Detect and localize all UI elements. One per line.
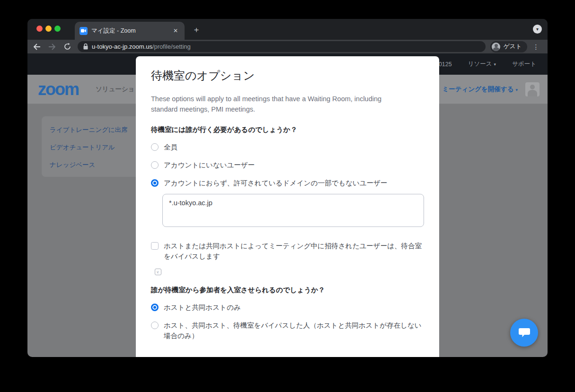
sidebar-panel: ライブトレーニングに出席 ビデオチュートリアル ナレッジベース xyxy=(42,116,136,177)
radio-selected-icon[interactable] xyxy=(151,304,159,311)
window-minimize-button[interactable] xyxy=(45,26,52,32)
browser-profile-button[interactable]: ゲスト xyxy=(490,41,527,52)
lock-icon[interactable] xyxy=(83,44,88,50)
reload-icon[interactable] xyxy=(62,41,73,52)
allowed-domains-input[interactable]: *.u-tokyo.ac.jp xyxy=(162,194,424,227)
url-bar[interactable]: u-tokyo-ac-jp.zoom.us/profile/setting xyxy=(78,41,486,52)
radio-option-users-not-in-account-or-domains[interactable]: アカウントにおらず、許可されているドメインの一部でもないユーザー xyxy=(151,178,424,188)
chevron-down-icon: ▾ xyxy=(515,87,518,92)
zoom-logo[interactable]: zoom xyxy=(38,79,79,99)
url-host: u-tokyo-ac-jp.zoom.us xyxy=(92,43,152,50)
zoom-favicon-icon xyxy=(80,27,88,35)
modal-title: 待機室のオプション xyxy=(151,68,424,83)
tab-close-icon[interactable]: ✕ xyxy=(171,26,180,35)
site-nav-solutions[interactable]: ソリューショ xyxy=(96,85,135,94)
browser-window: マイ設定 - Zoom ✕ ＋ ▾ u-tokyo-ac-jp.zoom.us/… xyxy=(27,19,548,357)
radio-option-users-not-in-account[interactable]: アカウントにいないユーザー xyxy=(151,160,424,170)
radio-icon[interactable] xyxy=(151,161,159,169)
chat-bubble-icon xyxy=(518,327,531,339)
sidebar-link-live-training[interactable]: ライブトレーニングに出席 xyxy=(50,126,128,134)
checkbox-icon[interactable] xyxy=(151,242,159,250)
resources-menu[interactable]: リソース▾ xyxy=(468,60,496,68)
broken-inline-icon: v. xyxy=(155,269,161,275)
question-who-can-admit: 誰が待機室から参加者を入室させられるのでしょうか？ xyxy=(151,286,424,295)
radio-option-everyone[interactable]: 全員 xyxy=(151,142,424,152)
window-zoom-button[interactable] xyxy=(54,26,61,32)
chat-support-button[interactable] xyxy=(510,319,538,347)
host-meeting-menu[interactable]: ミーティングを開催する▾ xyxy=(442,85,518,94)
question-host-not-present: If the host and co-hosts are not present… xyxy=(151,357,424,357)
guest-avatar-icon xyxy=(492,43,500,51)
bypass-waiting-room-checkbox-row[interactable]: ホストまたは共同ホストによってミーティング中に招待されたユーザーは、待合室をバイ… xyxy=(151,241,424,261)
question-who-goes-to-waiting-room: 待機室には誰が行く必要があるのでしょうか？ xyxy=(151,125,424,134)
guest-label: ゲスト xyxy=(504,43,522,51)
page-viewport: 88.799.0125 リソース▾ サポート zoom ソリューショ ミーティン… xyxy=(27,53,548,357)
modal-description: These options will apply to all meetings… xyxy=(151,94,407,114)
browser-menu-icon[interactable]: ⋮ xyxy=(530,41,541,52)
window-close-button[interactable] xyxy=(36,26,43,32)
url-path: /profile/setting xyxy=(152,43,191,50)
radio-selected-icon[interactable] xyxy=(151,179,159,187)
radio-option-host-cohosts-bypassers[interactable]: ホスト、共同ホスト、待機室をバイパスした人（ホストと共同ホストが存在しない場合の… xyxy=(151,320,424,341)
browser-update-chevron-icon[interactable]: ▾ xyxy=(533,25,542,34)
tab-title: マイ設定 - Zoom xyxy=(91,27,171,35)
browser-tab[interactable]: マイ設定 - Zoom ✕ xyxy=(75,22,185,40)
back-icon[interactable] xyxy=(31,41,43,52)
sidebar-link-knowledge-base[interactable]: ナレッジベース xyxy=(50,161,95,169)
account-avatar[interactable] xyxy=(525,82,540,96)
support-link[interactable]: サポート xyxy=(512,60,536,68)
forward-icon[interactable] xyxy=(46,41,58,52)
sidebar-link-video-tutorials[interactable]: ビデオチュートリアル xyxy=(50,143,115,152)
waiting-room-options-modal: 待機室のオプション These options will apply to al… xyxy=(136,56,439,357)
radio-option-host-cohosts-only[interactable]: ホストと共同ホストのみ xyxy=(151,302,424,313)
new-tab-button[interactable]: ＋ xyxy=(191,24,202,35)
browser-addressbar: u-tokyo-ac-jp.zoom.us/profile/setting ゲス… xyxy=(27,40,548,53)
chevron-down-icon: ▾ xyxy=(494,62,496,67)
radio-icon[interactable] xyxy=(151,322,159,329)
browser-tabstrip: マイ設定 - Zoom ✕ ＋ ▾ xyxy=(27,19,548,40)
radio-icon[interactable] xyxy=(151,143,159,151)
